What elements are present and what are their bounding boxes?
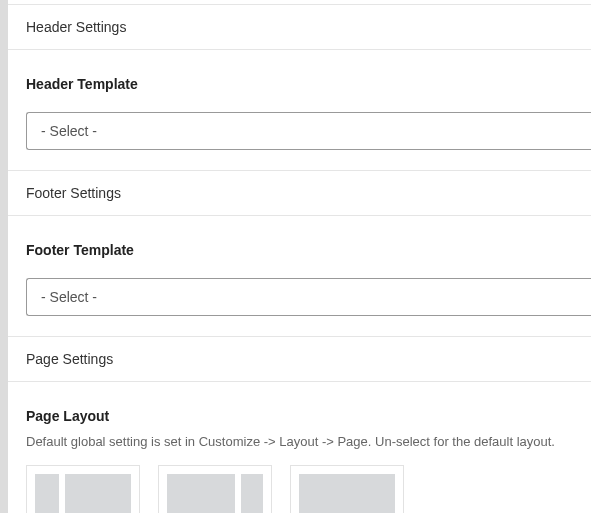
- select-value: - Select -: [41, 289, 97, 305]
- section-header-header-settings[interactable]: Header Settings: [8, 4, 591, 50]
- field-header-template: Header Template: [8, 60, 591, 112]
- panel-left-bar: [0, 0, 8, 513]
- field-help-text: Default global setting is set in Customi…: [26, 434, 573, 449]
- section-title: Footer Settings: [26, 185, 121, 201]
- layout-col: [65, 474, 131, 513]
- layout-option-left-sidebar[interactable]: [26, 465, 140, 513]
- layout-col: [167, 474, 235, 513]
- layout-col: [241, 474, 263, 513]
- layout-option-full-width[interactable]: [290, 465, 404, 513]
- header-template-select[interactable]: - Select -: [26, 112, 591, 150]
- page-layout-options: [26, 465, 573, 513]
- layout-col: [35, 474, 59, 513]
- settings-panel: Header Settings Header Template - Select…: [8, 4, 591, 513]
- section-header-footer-settings[interactable]: Footer Settings: [8, 170, 591, 216]
- layout-option-right-sidebar[interactable]: [158, 465, 272, 513]
- field-label: Footer Template: [26, 242, 573, 258]
- field-label: Page Layout: [26, 408, 573, 424]
- layout-col: [299, 474, 395, 513]
- section-title: Page Settings: [26, 351, 113, 367]
- footer-template-select[interactable]: - Select -: [26, 278, 591, 316]
- field-page-layout: Page Layout Default global setting is se…: [8, 392, 591, 513]
- section-title: Header Settings: [26, 19, 126, 35]
- section-header-page-settings[interactable]: Page Settings: [8, 336, 591, 382]
- field-label: Header Template: [26, 76, 573, 92]
- select-value: - Select -: [41, 123, 97, 139]
- field-footer-template: Footer Template: [8, 226, 591, 278]
